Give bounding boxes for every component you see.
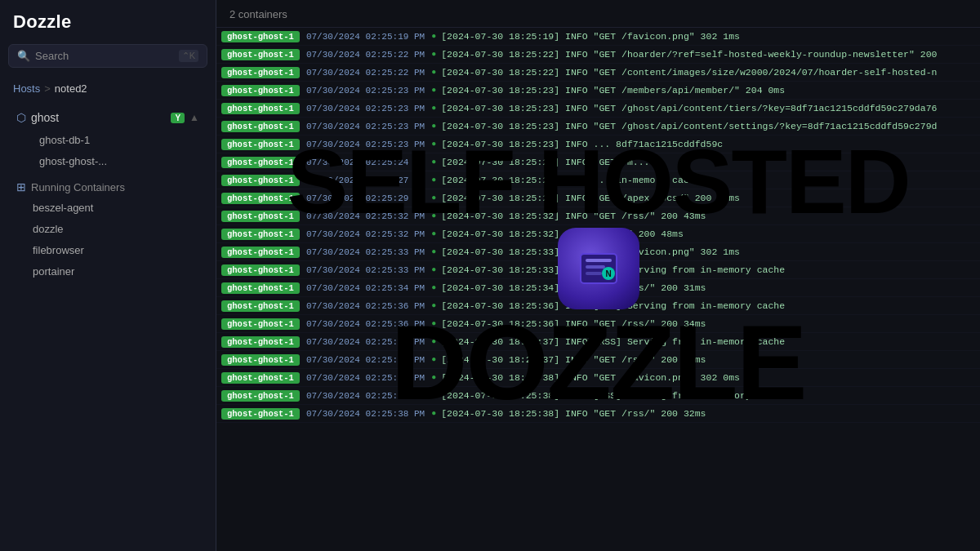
log-timestamp: 07/30/2024 02:25:22 PM — [306, 50, 425, 60]
log-timestamp: 07/30/2024 02:25:38 PM — [306, 409, 425, 419]
log-timestamp: 07/30/2024 02:25:34 PM — [306, 283, 425, 293]
log-dot-icon: ● — [431, 283, 436, 292]
running-icon: ⊞ — [16, 180, 26, 193]
log-dot-icon: ● — [431, 373, 436, 382]
log-timestamp: 07/30/2024 02:25:38 PM — [306, 391, 425, 401]
log-container-badge: ghost-ghost-1 — [221, 318, 300, 330]
log-message: [2024-07-30 18:25:33] INFO "GET /favicon… — [441, 247, 740, 257]
log-row: ghost-ghost-107/30/2024 02:25:37 PM●[202… — [216, 351, 980, 369]
breadcrumb-separator: > — [44, 82, 51, 95]
log-message: [2024-07-30 18:25:29] INFO "GET /apex-do… — [441, 193, 740, 203]
log-dot-icon: ● — [431, 122, 436, 131]
log-timestamp: 07/30/2024 02:25:38 PM — [306, 373, 425, 383]
log-container-badge: ghost-ghost-1 — [221, 139, 300, 150]
breadcrumb: Hosts > noted2 — [0, 76, 216, 101]
app-title: Dozzle — [0, 0, 216, 41]
log-message: [2024-07-30 18:25:38] INFO [RSS] Serving… — [441, 390, 785, 401]
log-row: ghost-ghost-107/30/2024 02:25:22 PM●[202… — [216, 64, 980, 82]
sidebar-item-beszel-agent[interactable]: beszel-agent — [5, 198, 211, 218]
stack-name: ghost — [31, 111, 166, 124]
log-dot-icon: ● — [431, 50, 436, 59]
log-message: [2024-07-30 18:25:23] INFO "GET /ghost/a… — [441, 103, 937, 113]
log-container-badge: ghost-ghost-1 — [221, 31, 300, 42]
log-message: [2024-07-30 18:25:37] INFO [RSS] Serving… — [441, 336, 785, 347]
log-row: ghost-ghost-107/30/2024 02:25:32 PM●[202… — [216, 207, 980, 225]
log-row: ghost-ghost-107/30/2024 02:25:38 PM●[202… — [216, 405, 980, 423]
log-message: [2024-07-30 18:25:22] INFO "GET /hoarder… — [441, 49, 937, 60]
log-container-badge: ghost-ghost-1 — [221, 390, 300, 402]
log-message: [2024-07-30 18:25:33] INFO [RSS] Serving… — [441, 264, 785, 275]
log-row: ghost-ghost-107/30/2024 02:25:23 PM●[202… — [216, 82, 980, 100]
log-dot-icon: ● — [431, 140, 436, 149]
log-container-badge: ghost-ghost-1 — [221, 175, 300, 186]
log-dot-icon: ● — [431, 104, 436, 113]
running-containers-header: ⊞ Running Containers — [5, 174, 211, 197]
log-row: ghost-ghost-107/30/2024 02:25:23 PM●[202… — [216, 118, 980, 136]
chevron-up-icon: ▲ — [189, 112, 199, 123]
log-dot-icon: ● — [431, 355, 436, 364]
log-row: ghost-ghost-107/30/2024 02:25:33 PM●[202… — [216, 243, 980, 261]
log-dot-icon: ● — [431, 193, 436, 202]
log-dot-icon: ● — [431, 158, 436, 167]
log-dot-icon: ● — [431, 176, 436, 184]
stack-badge: Y — [171, 113, 185, 123]
breadcrumb-hosts[interactable]: Hosts — [13, 82, 40, 95]
sidebar-item-filebrowser[interactable]: filebrowser — [5, 240, 211, 260]
log-row: ghost-ghost-107/30/2024 02:25:27 PM●[202… — [216, 171, 980, 189]
log-dot-icon: ● — [431, 391, 436, 400]
log-row: ghost-ghost-107/30/2024 02:25:29 PM●[202… — [216, 189, 980, 207]
log-row: ghost-ghost-107/30/2024 02:25:23 PM●[202… — [216, 136, 980, 153]
log-message: [2024-07-30 18:25:24] INFO "GET /m... — [441, 157, 649, 167]
stacks-section: ⬡ ghost Y ▲ ghost-db-1 ghost-ghost-... ⊞… — [0, 101, 216, 286]
log-dot-icon: ● — [431, 229, 436, 238]
log-message: [2024-07-30 18:25:32] INFO "GET /" 200 4… — [441, 229, 684, 239]
log-container-badge: ghost-ghost-1 — [221, 300, 300, 312]
log-message: [2024-07-30 18:25:27] INFO ... in-memory… — [441, 175, 700, 185]
log-message: [2024-07-30 18:25:22] INFO "GET /content… — [441, 67, 937, 78]
log-timestamp: 07/30/2024 02:25:22 PM — [306, 68, 425, 78]
log-dot-icon: ● — [431, 337, 436, 346]
log-row: ghost-ghost-107/30/2024 02:25:24 PM●[202… — [216, 153, 980, 171]
log-row: ghost-ghost-107/30/2024 02:25:22 PM●[202… — [216, 46, 980, 64]
stack-children: ghost-db-1 ghost-ghost-... — [0, 130, 216, 171]
sidebar-item-ghost-db-1[interactable]: ghost-db-1 — [28, 130, 211, 150]
log-dot-icon: ● — [431, 32, 436, 41]
sidebar-item-ghost-ghost-1[interactable]: ghost-ghost-... — [28, 151, 211, 171]
main-content: 2 containers ghost-ghost-107/30/2024 02:… — [216, 0, 980, 551]
sidebar-item-dozzle[interactable]: dozzle — [5, 219, 211, 239]
log-message: [2024-07-30 18:25:23] INFO "GET /members… — [441, 85, 785, 96]
log-timestamp: 07/30/2024 02:25:37 PM — [306, 337, 425, 347]
log-timestamp: 07/30/2024 02:25:33 PM — [306, 265, 425, 275]
log-timestamp: 07/30/2024 02:25:27 PM — [306, 176, 425, 185]
sidebar-item-portainer[interactable]: portainer — [5, 261, 211, 282]
log-container-badge: ghost-ghost-1 — [221, 193, 300, 204]
log-row: ghost-ghost-107/30/2024 02:25:19 PM●[202… — [216, 28, 980, 46]
log-container-badge: ghost-ghost-1 — [221, 229, 300, 240]
log-message: [2024-07-30 18:25:32] INFO "GET /rss/" 2… — [441, 211, 706, 221]
log-container-badge: ghost-ghost-1 — [221, 121, 300, 132]
log-row: ghost-ghost-107/30/2024 02:25:37 PM●[202… — [216, 333, 980, 351]
log-message: [2024-07-30 18:25:38] INFO "GET /rss/" 2… — [441, 408, 706, 419]
log-row: ghost-ghost-107/30/2024 02:25:34 PM●[202… — [216, 279, 980, 297]
log-container-badge: ghost-ghost-1 — [221, 264, 300, 276]
stack-header-ghost[interactable]: ⬡ ghost Y ▲ — [5, 106, 211, 129]
log-dot-icon: ● — [431, 247, 436, 256]
log-dot-icon: ● — [431, 68, 436, 77]
log-message: [2024-07-30 18:25:19] INFO "GET /favicon… — [441, 31, 740, 42]
stack-ghost: ⬡ ghost Y ▲ ghost-db-1 ghost-ghost-... — [0, 104, 216, 174]
log-row: ghost-ghost-107/30/2024 02:25:38 PM●[202… — [216, 369, 980, 387]
log-timestamp: 07/30/2024 02:25:32 PM — [306, 229, 425, 239]
log-message: [2024-07-30 18:25:37] INFO "GET /rss/" 2… — [441, 354, 706, 365]
log-timestamp: 07/30/2024 02:25:37 PM — [306, 355, 425, 365]
search-shortcut: ⌃K — [179, 50, 198, 62]
sidebar: Dozzle 🔍 Search ⌃K Hosts > noted2 ⬡ ghos… — [0, 0, 216, 551]
log-table[interactable]: ghost-ghost-107/30/2024 02:25:19 PM●[202… — [216, 28, 980, 551]
log-message: [2024-07-30 18:25:23] INFO "GET /ghost/a… — [441, 121, 937, 131]
breadcrumb-current: noted2 — [55, 82, 87, 95]
log-message: [2024-07-30 18:25:23] INFO ... 8df71ac12… — [441, 139, 723, 149]
log-container-badge: ghost-ghost-1 — [221, 336, 300, 348]
log-timestamp: 07/30/2024 02:25:24 PM — [306, 158, 425, 167]
log-timestamp: 07/30/2024 02:25:33 PM — [306, 247, 425, 257]
search-bar[interactable]: 🔍 Search ⌃K — [8, 44, 207, 68]
log-row: ghost-ghost-107/30/2024 02:25:38 PM●[202… — [216, 387, 980, 405]
